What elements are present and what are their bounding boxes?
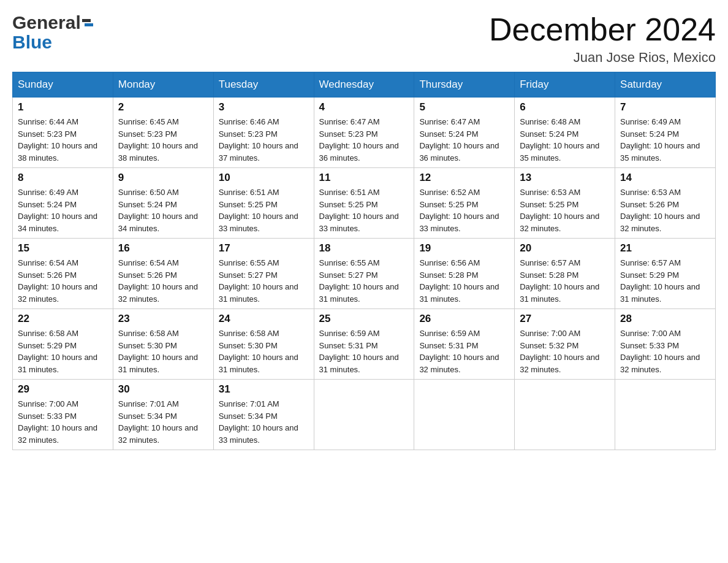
day-number: 14 bbox=[620, 172, 710, 184]
calendar-cell: 13Sunrise: 6:53 AMSunset: 5:25 PMDayligh… bbox=[515, 168, 615, 239]
weekday-header-row: Sunday Monday Tuesday Wednesday Thursday… bbox=[13, 72, 716, 98]
location-text: Juan Jose Rios, Mexico bbox=[489, 50, 716, 66]
day-number: 2 bbox=[118, 101, 208, 113]
day-number: 26 bbox=[419, 313, 509, 325]
calendar-cell: 20Sunrise: 6:57 AMSunset: 5:28 PMDayligh… bbox=[515, 239, 615, 309]
day-info: Sunrise: 6:47 AMSunset: 5:24 PMDaylight:… bbox=[419, 116, 509, 164]
calendar-cell: 28Sunrise: 7:00 AMSunset: 5:33 PMDayligh… bbox=[615, 309, 716, 380]
calendar-cell: 24Sunrise: 6:58 AMSunset: 5:30 PMDayligh… bbox=[213, 309, 314, 380]
day-number: 5 bbox=[419, 101, 509, 113]
calendar-cell: 4Sunrise: 6:47 AMSunset: 5:23 PMDaylight… bbox=[314, 98, 414, 168]
day-number: 19 bbox=[419, 242, 509, 255]
calendar-cell: 2Sunrise: 6:45 AMSunset: 5:23 PMDaylight… bbox=[113, 98, 213, 168]
calendar-cell: 29Sunrise: 7:00 AMSunset: 5:33 PMDayligh… bbox=[13, 380, 113, 450]
calendar-cell: 8Sunrise: 6:49 AMSunset: 5:24 PMDaylight… bbox=[13, 168, 113, 239]
day-number: 13 bbox=[520, 172, 610, 184]
header-saturday: Saturday bbox=[615, 72, 716, 98]
calendar-cell: 15Sunrise: 6:54 AMSunset: 5:26 PMDayligh… bbox=[13, 239, 113, 309]
calendar-cell: 21Sunrise: 6:57 AMSunset: 5:29 PMDayligh… bbox=[615, 239, 716, 309]
week-row-5: 29Sunrise: 7:00 AMSunset: 5:33 PMDayligh… bbox=[13, 380, 716, 450]
calendar-cell: 22Sunrise: 6:58 AMSunset: 5:29 PMDayligh… bbox=[13, 309, 113, 380]
calendar-cell: 18Sunrise: 6:55 AMSunset: 5:27 PMDayligh… bbox=[314, 239, 414, 309]
day-info: Sunrise: 6:59 AMSunset: 5:31 PMDaylight:… bbox=[419, 327, 509, 375]
day-info: Sunrise: 6:57 AMSunset: 5:29 PMDaylight:… bbox=[620, 257, 710, 305]
day-number: 25 bbox=[319, 313, 409, 325]
calendar-cell: 27Sunrise: 7:00 AMSunset: 5:32 PMDayligh… bbox=[515, 309, 615, 380]
calendar-cell: 19Sunrise: 6:56 AMSunset: 5:28 PMDayligh… bbox=[414, 239, 515, 309]
day-number: 9 bbox=[118, 172, 208, 184]
calendar-cell: 10Sunrise: 6:51 AMSunset: 5:25 PMDayligh… bbox=[213, 168, 314, 239]
day-info: Sunrise: 6:58 AMSunset: 5:30 PMDaylight:… bbox=[118, 327, 208, 375]
week-row-4: 22Sunrise: 6:58 AMSunset: 5:29 PMDayligh… bbox=[13, 309, 716, 380]
calendar-cell: 7Sunrise: 6:49 AMSunset: 5:24 PMDaylight… bbox=[615, 98, 716, 168]
day-info: Sunrise: 6:53 AMSunset: 5:25 PMDaylight:… bbox=[520, 186, 610, 234]
day-info: Sunrise: 7:00 AMSunset: 5:32 PMDaylight:… bbox=[520, 327, 610, 375]
calendar-cell: 17Sunrise: 6:55 AMSunset: 5:27 PMDayligh… bbox=[213, 239, 314, 309]
day-info: Sunrise: 7:01 AMSunset: 5:34 PMDaylight:… bbox=[219, 398, 309, 446]
calendar-cell: 6Sunrise: 6:48 AMSunset: 5:24 PMDaylight… bbox=[515, 98, 615, 168]
day-number: 8 bbox=[18, 172, 108, 184]
title-section: December 2024 Juan Jose Rios, Mexico bbox=[489, 12, 716, 66]
calendar-cell: 14Sunrise: 6:53 AMSunset: 5:26 PMDayligh… bbox=[615, 168, 716, 239]
day-number: 27 bbox=[520, 313, 610, 325]
week-row-3: 15Sunrise: 6:54 AMSunset: 5:26 PMDayligh… bbox=[13, 239, 716, 309]
day-number: 31 bbox=[219, 383, 309, 396]
week-row-1: 1Sunrise: 6:44 AMSunset: 5:23 PMDaylight… bbox=[13, 98, 716, 168]
day-number: 30 bbox=[118, 383, 208, 396]
week-row-2: 8Sunrise: 6:49 AMSunset: 5:24 PMDaylight… bbox=[13, 168, 716, 239]
logo-flag-icon bbox=[82, 19, 93, 26]
calendar-cell: 16Sunrise: 6:54 AMSunset: 5:26 PMDayligh… bbox=[113, 239, 213, 309]
header-monday: Monday bbox=[113, 72, 213, 98]
day-info: Sunrise: 6:58 AMSunset: 5:30 PMDaylight:… bbox=[219, 327, 309, 375]
day-number: 16 bbox=[118, 242, 208, 255]
header-thursday: Thursday bbox=[414, 72, 515, 98]
day-number: 17 bbox=[219, 242, 309, 255]
day-number: 6 bbox=[520, 101, 610, 113]
header-sunday: Sunday bbox=[13, 72, 113, 98]
day-info: Sunrise: 7:00 AMSunset: 5:33 PMDaylight:… bbox=[18, 398, 108, 446]
day-info: Sunrise: 6:51 AMSunset: 5:25 PMDaylight:… bbox=[219, 186, 309, 234]
day-info: Sunrise: 6:55 AMSunset: 5:27 PMDaylight:… bbox=[319, 257, 409, 305]
day-number: 28 bbox=[620, 313, 710, 325]
calendar-cell: 12Sunrise: 6:52 AMSunset: 5:25 PMDayligh… bbox=[414, 168, 515, 239]
day-info: Sunrise: 6:52 AMSunset: 5:25 PMDaylight:… bbox=[419, 186, 509, 234]
day-info: Sunrise: 6:54 AMSunset: 5:26 PMDaylight:… bbox=[18, 257, 108, 305]
logo-text-blue: Blue bbox=[12, 32, 52, 53]
day-info: Sunrise: 6:57 AMSunset: 5:28 PMDaylight:… bbox=[520, 257, 610, 305]
day-info: Sunrise: 6:47 AMSunset: 5:23 PMDaylight:… bbox=[319, 116, 409, 164]
day-info: Sunrise: 6:51 AMSunset: 5:25 PMDaylight:… bbox=[319, 186, 409, 234]
day-info: Sunrise: 6:46 AMSunset: 5:23 PMDaylight:… bbox=[219, 116, 309, 164]
day-number: 10 bbox=[219, 172, 309, 184]
day-info: Sunrise: 6:55 AMSunset: 5:27 PMDaylight:… bbox=[219, 257, 309, 305]
calendar-cell: 23Sunrise: 6:58 AMSunset: 5:30 PMDayligh… bbox=[113, 309, 213, 380]
calendar-cell bbox=[615, 380, 716, 450]
header-tuesday: Tuesday bbox=[213, 72, 314, 98]
logo: General Blue bbox=[12, 12, 93, 53]
day-number: 1 bbox=[18, 101, 108, 113]
day-info: Sunrise: 6:53 AMSunset: 5:26 PMDaylight:… bbox=[620, 186, 710, 234]
day-number: 23 bbox=[118, 313, 208, 325]
calendar-cell bbox=[314, 380, 414, 450]
day-number: 11 bbox=[319, 172, 409, 184]
day-number: 21 bbox=[620, 242, 710, 255]
day-number: 18 bbox=[319, 242, 409, 255]
calendar-cell bbox=[515, 380, 615, 450]
day-info: Sunrise: 6:58 AMSunset: 5:29 PMDaylight:… bbox=[18, 327, 108, 375]
calendar-cell: 5Sunrise: 6:47 AMSunset: 5:24 PMDaylight… bbox=[414, 98, 515, 168]
day-number: 20 bbox=[520, 242, 610, 255]
day-info: Sunrise: 6:54 AMSunset: 5:26 PMDaylight:… bbox=[118, 257, 208, 305]
day-info: Sunrise: 6:59 AMSunset: 5:31 PMDaylight:… bbox=[319, 327, 409, 375]
day-number: 7 bbox=[620, 101, 710, 113]
calendar-cell: 25Sunrise: 6:59 AMSunset: 5:31 PMDayligh… bbox=[314, 309, 414, 380]
calendar-cell: 30Sunrise: 7:01 AMSunset: 5:34 PMDayligh… bbox=[113, 380, 213, 450]
calendar-cell: 11Sunrise: 6:51 AMSunset: 5:25 PMDayligh… bbox=[314, 168, 414, 239]
logo-text-general: General bbox=[12, 12, 81, 33]
calendar-cell: 1Sunrise: 6:44 AMSunset: 5:23 PMDaylight… bbox=[13, 98, 113, 168]
day-info: Sunrise: 7:01 AMSunset: 5:34 PMDaylight:… bbox=[118, 398, 208, 446]
day-number: 12 bbox=[419, 172, 509, 184]
day-info: Sunrise: 6:49 AMSunset: 5:24 PMDaylight:… bbox=[18, 186, 108, 234]
day-info: Sunrise: 6:50 AMSunset: 5:24 PMDaylight:… bbox=[118, 186, 208, 234]
day-info: Sunrise: 6:49 AMSunset: 5:24 PMDaylight:… bbox=[620, 116, 710, 164]
header-wednesday: Wednesday bbox=[314, 72, 414, 98]
page-header: General Blue December 2024 Juan Jose Rio… bbox=[12, 12, 716, 66]
